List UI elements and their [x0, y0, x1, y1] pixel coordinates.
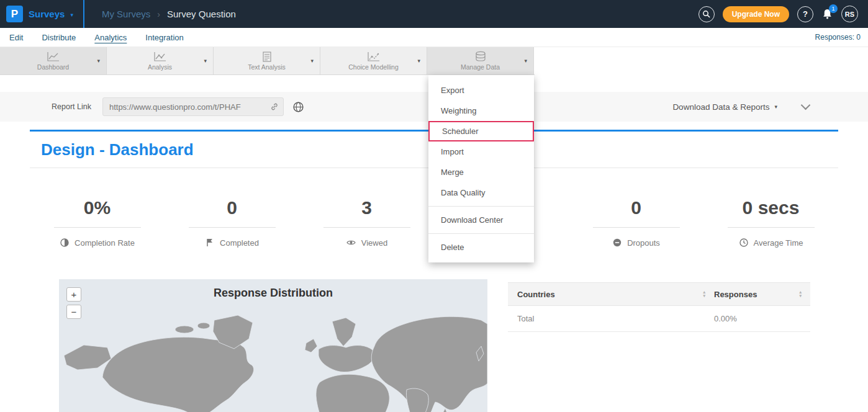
stat-label-text: Dropouts	[627, 238, 660, 248]
stat-dropouts: 0 Dropouts	[569, 169, 703, 267]
chevron-down-icon: ▾	[70, 12, 73, 18]
table-cell-responses: 0.00%	[714, 314, 810, 323]
stat-viewed: 3 Viewed	[299, 169, 434, 267]
menu-divider	[428, 206, 534, 207]
column-header-countries[interactable]: Countries ▴▾	[508, 290, 714, 299]
stat-label-text: Completion Rate	[75, 238, 135, 248]
globe-icon[interactable]	[292, 101, 304, 113]
collapse-panel-chevron[interactable]	[801, 101, 811, 110]
link-icon[interactable]	[270, 102, 279, 111]
world-map	[59, 309, 487, 412]
database-icon	[474, 51, 487, 62]
chevron-down-icon: ▾	[417, 58, 420, 64]
nav-item-distribute[interactable]: Distribute	[42, 33, 76, 42]
stat-label-text: Average Time	[754, 238, 803, 248]
tab-dashboard[interactable]: Dashboard ▾	[0, 47, 107, 74]
nav-item-analytics[interactable]: Analytics	[94, 33, 127, 42]
upgrade-now-button[interactable]: Upgrade Now	[723, 6, 789, 22]
sort-icon[interactable]: ▴▾	[703, 290, 705, 298]
menu-item-export[interactable]: Export	[428, 80, 534, 101]
search-icon	[702, 10, 710, 18]
tab-label: Analysis	[148, 63, 172, 71]
download-data-reports-label: Download Data & Reports	[672, 102, 769, 112]
contrast-icon	[60, 238, 70, 248]
stat-label-text: Completed	[220, 238, 259, 248]
breadcrumb: My Surveys › Survey Question	[102, 9, 236, 19]
breadcrumb-my-surveys[interactable]: My Surveys	[102, 9, 150, 19]
question-mark-icon: ?	[803, 9, 808, 19]
stat-value: 0%	[54, 197, 141, 228]
stat-value: 3	[323, 197, 410, 228]
analytics-ribbon: Dashboard ▾ Analysis ▾ Text Analysis ▾ C…	[0, 47, 535, 75]
zoom-in-button[interactable]: +	[66, 287, 81, 302]
choice-chart-icon	[367, 52, 381, 62]
stat-completion-rate: 0% Completion Rate	[30, 169, 165, 267]
nav-item-integration[interactable]: Integration	[145, 33, 183, 42]
text-document-icon	[260, 52, 274, 62]
sort-icon[interactable]: ▴▾	[799, 290, 802, 298]
tab-label: Dashboard	[37, 63, 69, 71]
column-header-responses[interactable]: Responses ▴▾	[714, 290, 810, 299]
chevron-down-icon: ▾	[97, 58, 100, 64]
countries-table-header: Countries ▴▾ Responses ▴▾	[508, 282, 810, 306]
stat-label-text: Viewed	[361, 238, 387, 248]
topbar-actions: Upgrade Now ? 1 RS	[698, 6, 868, 22]
download-data-reports-dropdown[interactable]: Download Data & Reports ▾	[672, 102, 777, 112]
tab-text-analysis[interactable]: Text Analysis ▾	[214, 47, 320, 74]
minus-circle-icon	[612, 238, 622, 248]
tab-label: Text Analysis	[248, 63, 286, 71]
menu-item-import[interactable]: Import	[428, 141, 534, 162]
stat-value: 0	[593, 197, 680, 228]
tab-manage-data[interactable]: Manage Data ▾	[427, 47, 534, 74]
tab-label: Manage Data	[461, 63, 500, 71]
report-url-input[interactable]	[102, 97, 284, 116]
nav-item-edit[interactable]: Edit	[9, 33, 23, 42]
page-title: Design - Dashboard	[41, 140, 194, 159]
stat-value: 0	[189, 197, 276, 228]
menu-divider	[428, 233, 534, 234]
tab-analysis[interactable]: Analysis ▾	[107, 47, 214, 74]
breadcrumb-separator-icon: ›	[157, 9, 160, 19]
chevron-down-icon: ▾	[524, 58, 527, 64]
chevron-down-icon: ▾	[774, 104, 777, 110]
column-header-label: Countries	[517, 290, 555, 299]
tab-choice-modelling[interactable]: Choice Modelling ▾	[320, 47, 427, 74]
manage-data-menu: Export Weighting Scheduler Import Merge …	[428, 75, 534, 262]
menu-item-weighting[interactable]: Weighting	[428, 101, 534, 121]
line-chart-icon	[47, 52, 60, 62]
analysis-chart-icon	[153, 52, 167, 62]
menu-item-delete[interactable]: Delete	[428, 237, 534, 258]
section-nav: Edit Distribute Analytics Integration Re…	[0, 28, 868, 47]
responses-counter[interactable]: Responses: 0	[815, 33, 868, 42]
product-label: Surveys	[29, 9, 65, 19]
response-distribution-map[interactable]: Response Distribution + −	[59, 279, 487, 412]
table-row: Total 0.00%	[508, 306, 810, 332]
eye-icon	[346, 238, 356, 248]
breadcrumb-current: Survey Question	[167, 9, 236, 19]
search-button[interactable]	[698, 6, 715, 22]
app-window: P Surveys ▾ My Surveys › Survey Question…	[0, 0, 868, 412]
column-header-label: Responses	[714, 290, 757, 299]
chevron-down-icon: ▾	[204, 58, 207, 64]
notification-badge: 1	[829, 4, 838, 13]
notifications-button[interactable]: 1	[821, 8, 833, 20]
menu-item-scheduler[interactable]: Scheduler	[428, 121, 534, 141]
report-link-label: Report Link	[52, 102, 91, 111]
stat-value: 0 secs	[728, 197, 815, 228]
map-title: Response Distribution	[59, 279, 487, 300]
product-switcher[interactable]: P Surveys ▾	[0, 0, 84, 28]
menu-item-merge[interactable]: Merge	[428, 162, 534, 182]
chevron-down-icon: ▾	[310, 58, 314, 64]
menu-item-data-quality[interactable]: Data Quality	[428, 182, 534, 203]
stat-completed: 0 Completed	[165, 169, 299, 267]
help-button[interactable]: ?	[797, 6, 813, 22]
avatar[interactable]: RS	[841, 6, 858, 22]
report-url-wrap	[102, 97, 284, 116]
table-cell-country: Total	[508, 314, 714, 323]
stat-average-time: 0 secs Average Time	[703, 169, 838, 267]
clock-icon	[739, 238, 749, 248]
tab-label: Choice Modelling	[348, 63, 399, 71]
topbar: P Surveys ▾ My Surveys › Survey Question…	[0, 0, 868, 28]
questionpro-logo: P	[6, 6, 23, 22]
menu-item-download-center[interactable]: Download Center	[428, 210, 534, 230]
